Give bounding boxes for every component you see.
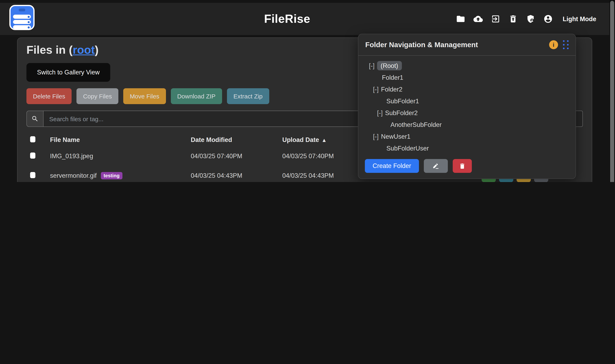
folder-navigation-panel: Folder Navigation & Management i [-](Roo… (358, 34, 576, 179)
search-button[interactable] (26, 111, 43, 127)
tree-folder-label[interactable]: Folder2 (381, 86, 403, 93)
create-folder-button[interactable]: Create Folder (365, 159, 419, 173)
row-checkbox[interactable] (30, 152, 35, 158)
tree-folder-label[interactable]: AnotherSubFolder (391, 121, 442, 128)
column-header-date-modified[interactable]: Date Modified (186, 136, 277, 143)
tree-item[interactable]: SubFolder1 (365, 95, 569, 107)
folder-button[interactable] (456, 14, 466, 24)
file-tag: testing (101, 172, 122, 179)
tree-folder-label[interactable]: SubFolder1 (386, 98, 419, 104)
rename (432, 162, 439, 169)
folder-panel-header: Folder Navigation & Management i (358, 34, 576, 56)
account-circle-button[interactable] (544, 14, 553, 24)
copy-files-button[interactable]: Copy Files (77, 88, 118, 104)
tree-folder-label[interactable]: (Root) (377, 61, 402, 70)
filerise-app: FileRise Light Mode Files in (root) Swit… (0, 0, 615, 182)
page-scrollbar (609, 0, 615, 182)
restore-trash-button[interactable] (509, 14, 518, 24)
upload-date: 04/03/25 07:40PM (277, 153, 368, 160)
upload-date: 04/03/25 04:43PM (277, 172, 368, 179)
column-header-upload-date[interactable]: Upload Date▲ (277, 136, 368, 143)
drag-handle-icon[interactable] (563, 40, 569, 49)
logo-bar (13, 25, 31, 29)
exit-app-button[interactable] (491, 14, 500, 24)
tree-folder-label[interactable]: SubFolder2 (385, 109, 418, 116)
theme-toggle[interactable]: Light Mode (563, 15, 596, 23)
extract-zip-button[interactable]: Extract Zip (227, 88, 269, 104)
tree-item[interactable]: SubFolderUser (365, 142, 569, 154)
row-checkbox[interactable] (30, 172, 35, 178)
date-modified: 04/03/25 07:40PM (186, 153, 277, 160)
tree-item[interactable]: [-](Root) (365, 60, 569, 72)
trash (459, 162, 466, 169)
search-icon (31, 115, 39, 122)
tree-toggle[interactable]: [-] (373, 86, 379, 93)
tree-toggle[interactable]: [-] (377, 109, 383, 116)
file-name: IMG_0193.jpeg (45, 153, 186, 160)
tree-item[interactable]: Folder1 (365, 72, 569, 83)
file-name: servermonitor.giftesting (45, 172, 186, 179)
folder-panel-actions: Create Folder (358, 154, 576, 173)
account-circle-icon (544, 14, 553, 24)
switch-gallery-view-button[interactable]: Switch to Gallery View (26, 63, 110, 82)
restore-trash-icon (509, 14, 518, 24)
date-modified: 04/03/25 04:43PM (186, 172, 277, 179)
tree-folder-label[interactable]: NewUser1 (381, 133, 411, 140)
cloud-upload-button[interactable] (474, 14, 483, 24)
select-all-checkbox[interactable] (30, 136, 35, 142)
sort-asc-icon: ▲ (322, 137, 327, 143)
tree-toggle[interactable]: [-] (369, 62, 375, 69)
header-toolbar: Light Mode (456, 3, 596, 35)
logo-slot (19, 9, 25, 11)
move-files-button[interactable]: Move Files (123, 88, 166, 104)
cloud-upload-icon (474, 14, 483, 24)
tree-item[interactable]: AnotherSubFolder (365, 119, 569, 130)
admin-shield-button[interactable] (526, 14, 536, 24)
tree-folder-label[interactable]: SubFolderUser (386, 145, 429, 152)
admin-shield-icon (526, 14, 536, 24)
folder-panel-title: Folder Navigation & Management (365, 40, 478, 49)
tree-item[interactable]: [-]SubFolder2 (365, 107, 569, 119)
delete-files-button[interactable]: Delete Files (26, 88, 72, 104)
scrollbar-thumb[interactable] (610, 1, 614, 182)
app-header: FileRise Light Mode (0, 3, 615, 35)
exit-app-icon (491, 14, 500, 24)
tree-item[interactable]: [-]NewUser1 (365, 130, 569, 142)
tree-item[interactable]: [-]Folder2 (365, 83, 569, 95)
tree-toggle[interactable]: [-] (373, 133, 379, 140)
tree-folder-label[interactable]: Folder1 (382, 74, 403, 81)
column-header-file-name[interactable]: File Name (45, 136, 186, 143)
folder-tree: [-](Root) Folder1 [-]Folder2 SubFolder1 … (358, 56, 576, 154)
folder-icon (456, 14, 466, 24)
info-icon[interactable]: i (549, 40, 558, 49)
rename-folder-button[interactable] (424, 159, 448, 173)
download-zip-button[interactable]: Download ZIP (171, 88, 222, 104)
delete-folder-button[interactable] (453, 159, 472, 173)
root-folder-link[interactable]: root (73, 43, 95, 56)
